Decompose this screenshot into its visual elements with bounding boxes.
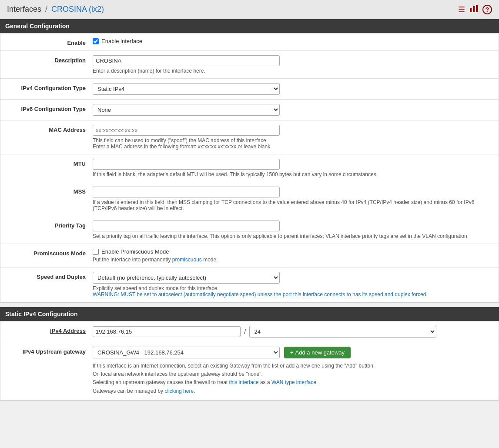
mac-address-content: This field can be used to modify ("spoof… xyxy=(93,125,493,150)
cidr-select[interactable]: 24 32 31 30 29 28 27 26 25 23 22 21 20 1… xyxy=(249,326,436,338)
promiscuous-help: Put the interface into permanently promi… xyxy=(93,257,493,263)
enable-checkbox[interactable] xyxy=(93,38,99,44)
speed-duplex-select[interactable]: Default (no preference, typically autose… xyxy=(93,272,280,284)
svg-rect-2 xyxy=(476,5,478,12)
mac-help-1: This field can be used to modify ("spoof… xyxy=(93,137,493,150)
general-config-form: Enable Enable interface Description Ente… xyxy=(0,33,499,303)
ipv4-config-type-row: IPv4 Configuration Type Static IPv4 DHCP… xyxy=(0,79,499,100)
mtu-content: If this field is blank, the adapter's de… xyxy=(93,159,493,177)
breadcrumb-current: CROSINA (ix2) xyxy=(51,5,104,13)
ipv6-config-type-select[interactable]: None DHCP6 Static IPv6 xyxy=(93,104,280,116)
add-gateway-plus-icon: + xyxy=(290,349,294,356)
gateway-help: If this interface is an Internet connect… xyxy=(93,362,484,395)
priority-tag-row: Priority Tag Set a priority tag on all t… xyxy=(0,216,499,244)
mac-address-input[interactable] xyxy=(93,125,280,136)
promiscuous-text: Enable Promiscuous Mode xyxy=(101,248,169,255)
breadcrumb-base[interactable]: Interfaces xyxy=(7,5,41,13)
ipv4-config-type-select[interactable]: Static IPv4 DHCP None xyxy=(93,83,280,95)
static-ipv4-config-form: IPv4 Address / 24 32 31 30 29 28 27 26 2… xyxy=(0,321,499,401)
enable-content: Enable interface xyxy=(93,38,493,44)
description-row: Description Enter a description (name) f… xyxy=(0,51,499,79)
priority-tag-help: Set a priority tag on all traffic leavin… xyxy=(93,233,484,239)
ipv6-config-type-row: IPv6 Configuration Type None DHCP6 Stati… xyxy=(0,100,499,120)
mtu-row: MTU If this field is blank, the adapter'… xyxy=(0,154,499,182)
list-icon[interactable]: ☰ xyxy=(458,5,465,14)
ipv4-gateway-content: CROSINA_GW4 - 192.168.76.254 none + Add … xyxy=(93,347,493,395)
ipv6-config-type-label: IPv6 Configuration Type xyxy=(6,104,93,112)
mtu-label: MTU xyxy=(6,159,93,167)
ipv4-address-content: / 24 32 31 30 29 28 27 26 25 23 22 21 xyxy=(93,326,493,338)
speed-duplex-row: Speed and Duplex Default (no preference,… xyxy=(0,267,499,302)
mss-row: MSS If a value is entered in this field,… xyxy=(0,182,499,216)
chart-icon[interactable] xyxy=(469,4,478,14)
enable-text: Enable interface xyxy=(101,38,142,44)
ipv4-config-type-label: IPv4 Configuration Type xyxy=(6,83,93,91)
description-input[interactable] xyxy=(93,55,280,66)
mss-input[interactable] xyxy=(93,187,280,197)
speed-duplex-content: Default (no preference, typically autose… xyxy=(93,272,493,298)
ipv4-address-row: IPv4 Address / 24 32 31 30 29 28 27 26 2… xyxy=(0,321,499,342)
help-icon[interactable]: ? xyxy=(482,5,492,14)
add-gateway-button[interactable]: + Add a new gateway xyxy=(284,347,351,358)
clicking-here-link[interactable]: clicking here xyxy=(164,388,194,394)
priority-tag-input[interactable] xyxy=(93,221,280,231)
mtu-input[interactable] xyxy=(93,159,280,170)
ipv4-address-input[interactable] xyxy=(93,326,241,337)
enable-row: Enable Enable interface xyxy=(0,33,499,51)
promiscuous-label: Promiscuous Mode xyxy=(6,248,93,257)
breadcrumb: Interfaces / CROSINA (ix2) xyxy=(7,5,104,14)
page-header: Interfaces / CROSINA (ix2) ☰ ? xyxy=(0,0,499,19)
description-label: Description xyxy=(6,55,93,64)
ipv4-gateway-label: IPv4 Upstream gateway xyxy=(6,347,93,355)
ipv4-config-type-content: Static IPv4 DHCP None xyxy=(93,83,493,95)
ipv4-gateway-row: IPv4 Upstream gateway CROSINA_GW4 - 192.… xyxy=(0,342,499,400)
promiscuous-row: Promiscuous Mode Enable Promiscuous Mode… xyxy=(0,244,499,267)
description-help: Enter a description (name) for the inter… xyxy=(93,68,493,74)
add-gateway-label: Add a new gateway xyxy=(295,349,345,356)
header-icons: ☰ ? xyxy=(458,4,492,14)
cidr-slash: / xyxy=(244,328,246,336)
mss-content: If a value is entered in this field, the… xyxy=(93,187,493,211)
priority-tag-help-link: This option is only applicable to parent… xyxy=(210,233,469,239)
priority-tag-label: Priority Tag xyxy=(6,221,93,229)
speed-duplex-help: Explicitly set speed and duplex mode for… xyxy=(93,285,484,298)
promiscuous-checkbox[interactable] xyxy=(93,249,99,255)
enable-label: Enable xyxy=(6,38,93,46)
mac-address-row: MAC Address This field can be used to mo… xyxy=(0,120,499,154)
svg-rect-0 xyxy=(470,8,472,12)
promiscuous-content: Enable Promiscuous Mode Put the interfac… xyxy=(93,248,493,263)
static-ipv4-config-header: Static IPv4 Configuration xyxy=(0,307,499,321)
ipv4-address-label: IPv4 Address xyxy=(6,326,93,334)
general-config-header: General Configuration xyxy=(0,19,499,33)
breadcrumb-separator: / xyxy=(45,5,47,13)
priority-tag-content: Set a priority tag on all traffic leavin… xyxy=(93,221,493,239)
description-content: Enter a description (name) for the inter… xyxy=(93,55,493,74)
svg-rect-1 xyxy=(473,6,475,12)
ipv4-gateway-select[interactable]: CROSINA_GW4 - 192.168.76.254 none xyxy=(93,347,280,358)
mss-help: If a value is entered in this field, the… xyxy=(93,199,484,211)
mtu-help: If this field is blank, the adapter's de… xyxy=(93,171,493,177)
mss-label: MSS xyxy=(6,187,93,195)
mac-address-label: MAC Address xyxy=(6,125,93,133)
speed-duplex-label: Speed and Duplex xyxy=(6,272,93,280)
ipv6-config-type-content: None DHCP6 Static IPv6 xyxy=(93,104,493,116)
